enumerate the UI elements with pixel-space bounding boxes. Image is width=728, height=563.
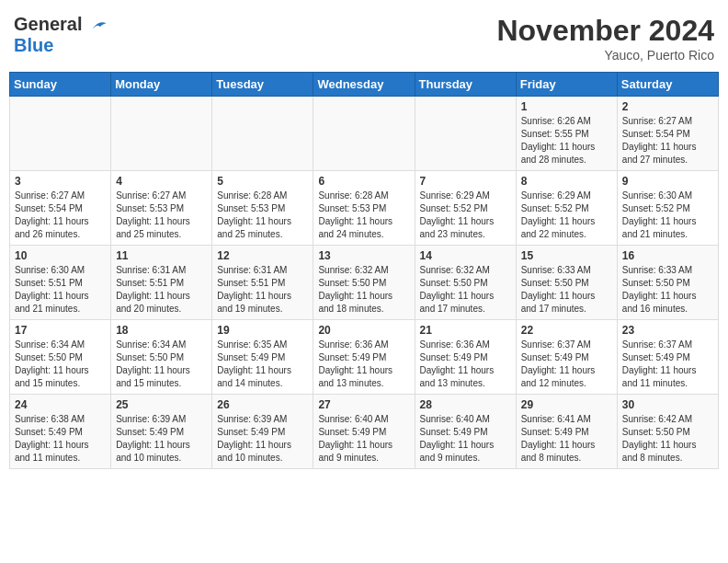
day-number: 26 <box>217 398 308 411</box>
day-number: 29 <box>521 398 612 411</box>
day-info: Sunrise: 6:26 AM Sunset: 5:55 PM Dayligh… <box>521 115 612 167</box>
month-title: November 2024 <box>496 14 714 48</box>
logo-general: General <box>14 14 82 34</box>
logo: General Blue <box>14 14 108 55</box>
calendar-week-2: 3Sunrise: 6:27 AM Sunset: 5:54 PM Daylig… <box>10 171 719 246</box>
calendar-cell: 25Sunrise: 6:39 AM Sunset: 5:49 PM Dayli… <box>111 395 212 469</box>
calendar-cell: 4Sunrise: 6:27 AM Sunset: 5:53 PM Daylig… <box>111 171 212 246</box>
calendar-header-wednesday: Wednesday <box>313 73 415 97</box>
day-info: Sunrise: 6:39 AM Sunset: 5:49 PM Dayligh… <box>217 413 308 465</box>
calendar-header-friday: Friday <box>516 73 617 97</box>
calendar-header-tuesday: Tuesday <box>212 73 313 97</box>
day-number: 5 <box>217 175 308 188</box>
day-number: 1 <box>521 100 612 113</box>
day-info: Sunrise: 6:28 AM Sunset: 5:53 PM Dayligh… <box>318 190 409 241</box>
location: Yauco, Puerto Rico <box>496 48 714 63</box>
day-number: 3 <box>15 175 106 188</box>
day-number: 17 <box>15 324 106 337</box>
day-info: Sunrise: 6:29 AM Sunset: 5:52 PM Dayligh… <box>521 190 612 241</box>
calendar-cell: 21Sunrise: 6:36 AM Sunset: 5:49 PM Dayli… <box>415 320 516 395</box>
calendar-cell: 2Sunrise: 6:27 AM Sunset: 5:54 PM Daylig… <box>617 97 718 171</box>
calendar-cell: 30Sunrise: 6:42 AM Sunset: 5:50 PM Dayli… <box>617 395 718 469</box>
day-info: Sunrise: 6:41 AM Sunset: 5:49 PM Dayligh… <box>521 413 612 465</box>
calendar-cell <box>212 97 313 171</box>
day-number: 22 <box>521 324 612 337</box>
day-number: 19 <box>217 324 308 337</box>
day-info: Sunrise: 6:31 AM Sunset: 5:51 PM Dayligh… <box>116 264 207 316</box>
day-info: Sunrise: 6:40 AM Sunset: 5:49 PM Dayligh… <box>318 413 409 465</box>
day-info: Sunrise: 6:29 AM Sunset: 5:52 PM Dayligh… <box>420 190 511 241</box>
calendar-header-sunday: Sunday <box>10 73 111 97</box>
calendar-cell: 24Sunrise: 6:38 AM Sunset: 5:49 PM Dayli… <box>10 395 111 469</box>
day-info: Sunrise: 6:33 AM Sunset: 5:50 PM Dayligh… <box>622 264 713 316</box>
day-number: 11 <box>116 249 207 262</box>
calendar-cell: 19Sunrise: 6:35 AM Sunset: 5:49 PM Dayli… <box>212 320 313 395</box>
day-info: Sunrise: 6:37 AM Sunset: 5:49 PM Dayligh… <box>521 339 612 390</box>
day-info: Sunrise: 6:30 AM Sunset: 5:51 PM Dayligh… <box>15 264 106 316</box>
title-block: November 2024 Yauco, Puerto Rico <box>496 14 714 63</box>
day-number: 10 <box>15 249 106 262</box>
calendar-cell: 23Sunrise: 6:37 AM Sunset: 5:49 PM Dayli… <box>617 320 718 395</box>
calendar-cell: 7Sunrise: 6:29 AM Sunset: 5:52 PM Daylig… <box>415 171 516 246</box>
day-number: 2 <box>622 100 713 113</box>
calendar-header-monday: Monday <box>111 73 212 97</box>
calendar-cell <box>313 97 415 171</box>
day-info: Sunrise: 6:27 AM Sunset: 5:54 PM Dayligh… <box>15 190 106 241</box>
calendar-week-4: 17Sunrise: 6:34 AM Sunset: 5:50 PM Dayli… <box>10 320 719 395</box>
day-number: 27 <box>318 398 409 411</box>
calendar-cell: 12Sunrise: 6:31 AM Sunset: 5:51 PM Dayli… <box>212 246 313 320</box>
day-info: Sunrise: 6:34 AM Sunset: 5:50 PM Dayligh… <box>116 339 207 390</box>
day-info: Sunrise: 6:30 AM Sunset: 5:52 PM Dayligh… <box>622 190 713 241</box>
day-number: 14 <box>420 249 511 262</box>
calendar-week-3: 10Sunrise: 6:30 AM Sunset: 5:51 PM Dayli… <box>10 246 719 320</box>
calendar-cell: 13Sunrise: 6:32 AM Sunset: 5:50 PM Dayli… <box>313 246 415 320</box>
calendar-cell: 27Sunrise: 6:40 AM Sunset: 5:49 PM Dayli… <box>313 395 415 469</box>
calendar-cell <box>111 97 212 171</box>
day-number: 13 <box>318 249 409 262</box>
day-number: 23 <box>622 324 713 337</box>
calendar-cell: 28Sunrise: 6:40 AM Sunset: 5:49 PM Dayli… <box>415 395 516 469</box>
day-number: 25 <box>116 398 207 411</box>
day-info: Sunrise: 6:27 AM Sunset: 5:53 PM Dayligh… <box>116 190 207 241</box>
calendar-cell: 22Sunrise: 6:37 AM Sunset: 5:49 PM Dayli… <box>516 320 617 395</box>
day-info: Sunrise: 6:37 AM Sunset: 5:49 PM Dayligh… <box>622 339 713 390</box>
calendar-cell: 15Sunrise: 6:33 AM Sunset: 5:50 PM Dayli… <box>516 246 617 320</box>
day-info: Sunrise: 6:38 AM Sunset: 5:49 PM Dayligh… <box>15 413 106 465</box>
day-number: 21 <box>420 324 511 337</box>
day-number: 7 <box>420 175 511 188</box>
day-info: Sunrise: 6:28 AM Sunset: 5:53 PM Dayligh… <box>217 190 308 241</box>
calendar-cell: 6Sunrise: 6:28 AM Sunset: 5:53 PM Daylig… <box>313 171 415 246</box>
day-number: 15 <box>521 249 612 262</box>
calendar-header-thursday: Thursday <box>415 73 516 97</box>
day-info: Sunrise: 6:36 AM Sunset: 5:49 PM Dayligh… <box>318 339 409 390</box>
calendar-cell: 14Sunrise: 6:32 AM Sunset: 5:50 PM Dayli… <box>415 246 516 320</box>
day-info: Sunrise: 6:33 AM Sunset: 5:50 PM Dayligh… <box>521 264 612 316</box>
day-number: 24 <box>15 398 106 411</box>
calendar-cell: 18Sunrise: 6:34 AM Sunset: 5:50 PM Dayli… <box>111 320 212 395</box>
calendar-cell <box>415 97 516 171</box>
calendar-cell: 20Sunrise: 6:36 AM Sunset: 5:49 PM Dayli… <box>313 320 415 395</box>
logo-bird-icon <box>89 17 108 35</box>
day-number: 4 <box>116 175 207 188</box>
day-number: 20 <box>318 324 409 337</box>
calendar-cell: 5Sunrise: 6:28 AM Sunset: 5:53 PM Daylig… <box>212 171 313 246</box>
calendar-cell: 26Sunrise: 6:39 AM Sunset: 5:49 PM Dayli… <box>212 395 313 469</box>
day-info: Sunrise: 6:32 AM Sunset: 5:50 PM Dayligh… <box>318 264 409 316</box>
day-info: Sunrise: 6:35 AM Sunset: 5:49 PM Dayligh… <box>217 339 308 390</box>
calendar-cell: 29Sunrise: 6:41 AM Sunset: 5:49 PM Dayli… <box>516 395 617 469</box>
calendar-cell: 10Sunrise: 6:30 AM Sunset: 5:51 PM Dayli… <box>10 246 111 320</box>
calendar-table: SundayMondayTuesdayWednesdayThursdayFrid… <box>9 72 719 469</box>
calendar-cell <box>10 97 111 171</box>
day-info: Sunrise: 6:34 AM Sunset: 5:50 PM Dayligh… <box>15 339 106 390</box>
day-number: 12 <box>217 249 308 262</box>
calendar-cell: 16Sunrise: 6:33 AM Sunset: 5:50 PM Dayli… <box>617 246 718 320</box>
day-number: 28 <box>420 398 511 411</box>
calendar-cell: 1Sunrise: 6:26 AM Sunset: 5:55 PM Daylig… <box>516 97 617 171</box>
calendar-cell: 9Sunrise: 6:30 AM Sunset: 5:52 PM Daylig… <box>617 171 718 246</box>
day-number: 6 <box>318 175 409 188</box>
day-info: Sunrise: 6:27 AM Sunset: 5:54 PM Dayligh… <box>622 115 713 167</box>
calendar-cell: 8Sunrise: 6:29 AM Sunset: 5:52 PM Daylig… <box>516 171 617 246</box>
calendar-week-5: 24Sunrise: 6:38 AM Sunset: 5:49 PM Dayli… <box>10 395 719 469</box>
day-number: 30 <box>622 398 713 411</box>
day-info: Sunrise: 6:40 AM Sunset: 5:49 PM Dayligh… <box>420 413 511 465</box>
